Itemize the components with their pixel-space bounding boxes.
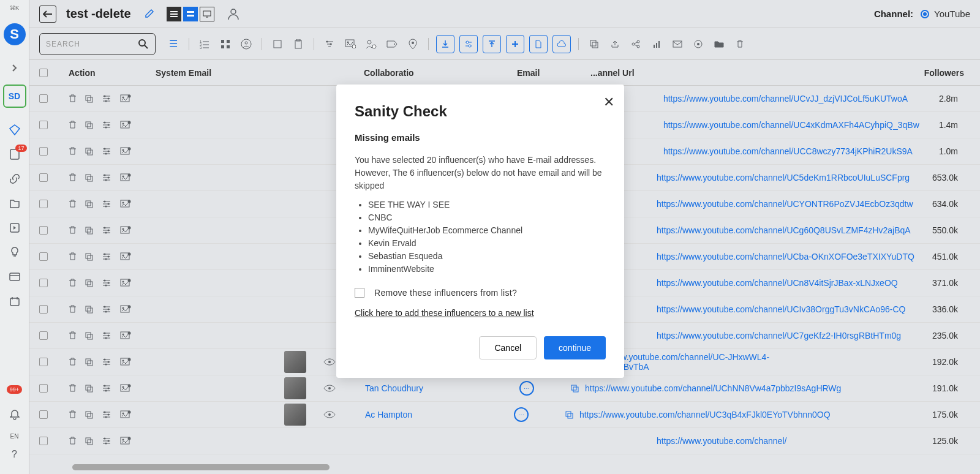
modal-list: SEE THE WAY I SEECNBCMyWifeQuitHerJob Ec…	[355, 198, 606, 276]
remove-label: Remove these influencers from list?	[374, 288, 517, 298]
modal-check-row: Remove these influencers from list?	[355, 288, 606, 298]
modal-list-item: MyWifeQuitHerJob Ecommerce Channel	[368, 224, 606, 237]
modal-list-item: CNBC	[368, 211, 606, 224]
modal-list-item: Sebastian Esqueda	[368, 250, 606, 263]
remove-checkbox[interactable]	[355, 288, 364, 298]
modal-list-item: Kevin Ervald	[368, 237, 606, 250]
modal-title: Sanity Check	[355, 103, 606, 120]
add-to-new-list-link[interactable]: Click here to add these influencers to a…	[355, 308, 534, 318]
modal-body: You have selected 20 influencer(s) who h…	[355, 154, 606, 192]
sanity-check-modal: ✕ Sanity Check Missing emails You have s…	[336, 85, 624, 378]
modal-list-item: ImminentWebsite	[368, 263, 606, 276]
continue-button[interactable]: continue	[544, 336, 606, 359]
modal-list-item: SEE THE WAY I SEE	[368, 198, 606, 211]
modal-subtitle: Missing emails	[355, 132, 606, 143]
cancel-button[interactable]: Cancel	[479, 336, 537, 359]
modal-footer: Cancel continue	[355, 336, 606, 359]
close-icon[interactable]: ✕	[603, 94, 614, 110]
